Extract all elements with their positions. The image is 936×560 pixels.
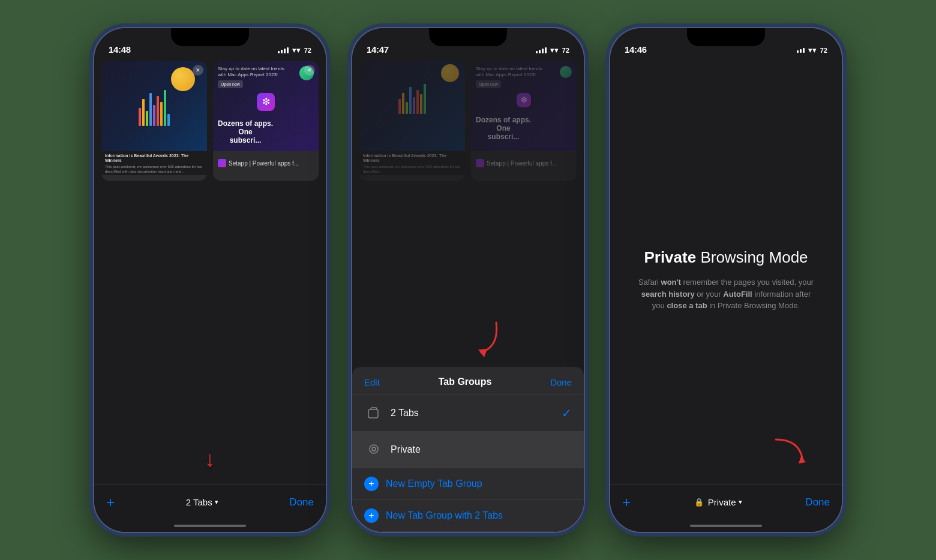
signal-icon-3 xyxy=(797,48,805,53)
private-title: Private Browsing Mode xyxy=(644,248,808,267)
tab-group-private-label: Private xyxy=(391,444,572,455)
tab-groups-list: 2 Tabs ✓ Private xyxy=(352,395,584,532)
done-btn-3[interactable]: Done xyxy=(805,496,830,508)
private-label: Private xyxy=(708,497,736,507)
setapp-text-1: Stay up to date on latest trendswith Mac… xyxy=(218,66,284,88)
close-iib-1[interactable]: ✕ xyxy=(193,65,203,76)
status-icons-2: ▾▾ 72 xyxy=(536,46,569,55)
battery-3: 72 xyxy=(820,47,827,54)
iib-info-2: Information is Beautiful Awards 2023: Th… xyxy=(359,151,465,175)
tab-groups-overlay: Edit Tab Groups Done 2 Tabs xyxy=(352,367,584,532)
battery-2: 72 xyxy=(562,47,569,54)
new-2tabs-label: New Tab Group with 2 Tabs xyxy=(386,510,503,521)
iib-card-title-1: Information is Beautiful Awards 2023: Th… xyxy=(105,153,203,164)
check-icon-2tabs: ✓ xyxy=(562,406,572,420)
svg-point-1 xyxy=(372,447,376,451)
phone-2-screen: 14:47 ▾▾ 72 xyxy=(352,28,584,532)
tab-group-2tabs-label: 2 Tabs xyxy=(391,408,562,419)
red-arrow-2 xyxy=(466,317,502,361)
setapp-favicon-1 xyxy=(218,159,226,167)
notch-1 xyxy=(171,28,249,46)
new-empty-label: New Empty Tab Group xyxy=(386,478,482,489)
iib-card-desc-1: This past weekend, we welcomed over 500 … xyxy=(105,165,203,174)
done-btn-1[interactable]: Done xyxy=(289,496,314,508)
plus-icon-2tabs: + xyxy=(364,508,379,523)
tab-icon-private xyxy=(364,440,383,459)
tab-count-1: 2 Tabs xyxy=(186,497,212,507)
time-3: 14:46 xyxy=(625,44,647,55)
iib-preview-1 xyxy=(101,61,207,151)
red-arrow-3 xyxy=(770,433,812,472)
tab-group-selector-1[interactable]: 2 Tabs ▾ xyxy=(186,497,218,507)
wifi-icon-2: ▾▾ xyxy=(550,46,559,55)
arrow-down-1: ↓ xyxy=(205,447,215,472)
iib-preview-2 xyxy=(359,61,465,151)
close-setapp-1[interactable]: ✕ xyxy=(304,65,315,76)
private-desc: Safari won't remember the pages you visi… xyxy=(622,276,830,312)
phone-3-screen: 14:46 ▾▾ 72 Private Browsing Mode Safari… xyxy=(610,28,842,532)
tab-card-iib-1[interactable]: ✕ xyxy=(101,61,207,181)
phone-1: 14:48 ▾▾ 72 ✕ xyxy=(93,27,327,533)
moon-2 xyxy=(441,64,459,82)
setapp-bigtext-1: Dozens of apps.Onesubscri... xyxy=(218,119,273,144)
notch-3 xyxy=(687,28,765,46)
add-tab-btn-1[interactable]: + xyxy=(106,494,115,511)
svg-marker-2 xyxy=(478,349,487,357)
new-tab-group-2tabs-btn[interactable]: + New Tab Group with 2 Tabs xyxy=(352,500,584,532)
lock-icon: 🔒 xyxy=(694,498,704,507)
home-indicator-3 xyxy=(690,525,762,527)
moon-1 xyxy=(171,67,195,91)
status-icons-1: ▾▾ 72 xyxy=(278,46,311,55)
done-btn-2[interactable]: Done xyxy=(550,377,572,387)
phones-container: 14:48 ▾▾ 72 ✕ xyxy=(93,27,843,533)
tab-grid-1: ✕ xyxy=(101,61,319,181)
iib-footer-1: Search — Information... xyxy=(101,175,207,181)
phone-2: 14:47 ▾▾ 72 xyxy=(351,27,585,533)
tab-group-private[interactable]: Private xyxy=(352,432,584,468)
setapp-header-1: Stay up to date on latest trendswith Mac… xyxy=(218,66,314,88)
tab-groups-title: Tab Groups xyxy=(439,377,492,387)
tab-card-setapp-1[interactable]: ✕ Stay up to date on latest trendswith M… xyxy=(213,61,319,181)
setapp-logo-1: ❇ xyxy=(257,93,275,111)
status-icons-3: ▾▾ 72 xyxy=(797,46,827,55)
tab-card-iib-2: Information is Beautiful Awards 2023: Th… xyxy=(359,61,465,181)
setapp-footer-1: Setapp | Powerful apps f... xyxy=(213,151,319,175)
bars-1 xyxy=(139,84,170,126)
time-2: 14:47 xyxy=(367,44,389,55)
tab-grid-2: Information is Beautiful Awards 2023: Th… xyxy=(359,61,577,181)
chevron-1: ▾ xyxy=(215,498,218,506)
battery-1: 72 xyxy=(304,47,311,54)
tab-group-2tabs[interactable]: 2 Tabs ✓ xyxy=(352,395,584,432)
wifi-icon-3: ▾▾ xyxy=(808,46,817,55)
home-indicator-1 xyxy=(174,525,246,527)
edit-btn[interactable]: Edit xyxy=(364,377,380,387)
add-tab-btn-3[interactable]: + xyxy=(622,494,631,511)
phone-1-screen: 14:48 ▾▾ 72 ✕ xyxy=(94,28,326,532)
setapp-preview-1: Stay up to date on latest trendswith Mac… xyxy=(213,61,319,151)
svg-rect-0 xyxy=(368,410,378,418)
tab-groups-header: Edit Tab Groups Done xyxy=(352,367,584,395)
signal-icon-2 xyxy=(536,47,547,53)
setapp-label-1: Setapp | Powerful apps f... xyxy=(229,160,299,167)
wifi-icon-1: ▾▾ xyxy=(292,46,301,55)
signal-icon-1 xyxy=(278,47,289,53)
bars-2 xyxy=(398,78,426,114)
plus-icon-empty: + xyxy=(364,477,379,491)
time-1: 14:48 xyxy=(109,44,131,55)
chevron-3: ▾ xyxy=(739,498,742,506)
tab-group-selector-3[interactable]: 🔒 Private ▾ xyxy=(694,497,742,507)
phone-3: 14:46 ▾▾ 72 Private Browsing Mode Safari… xyxy=(609,27,843,533)
notch-2 xyxy=(429,28,507,46)
iib-info-1: Information is Beautiful Awards 2023: Th… xyxy=(101,151,207,175)
tab-icon-2tabs xyxy=(364,404,383,423)
new-empty-tab-group-btn[interactable]: + New Empty Tab Group xyxy=(352,468,584,500)
